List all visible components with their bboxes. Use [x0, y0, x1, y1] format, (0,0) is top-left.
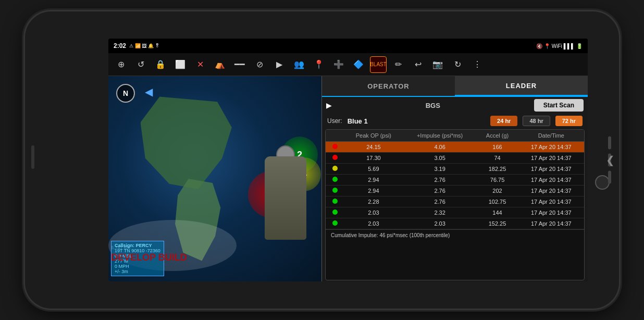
tent-icon[interactable]: ⛺ [212, 56, 228, 73]
layers-icon[interactable]: 🔷 [350, 56, 367, 73]
bgs-tab[interactable]: BGS [336, 102, 530, 109]
col-header-datetime: Date/Time [518, 130, 584, 142]
volume-button[interactable] [31, 145, 34, 169]
start-scan-button[interactable]: Start Scan [534, 99, 584, 112]
row-indicator-0 [326, 142, 344, 153]
row-indicator-2 [326, 164, 344, 175]
rect-icon[interactable]: ⬜ [172, 56, 189, 73]
row-impulse-6: 2.32 [403, 207, 477, 218]
direction-arrow: ◀ [145, 85, 153, 98]
table-row[interactable]: 2.94 2.76 76.75 17 Apr 20 14:37 [326, 175, 584, 186]
cumulative-label: Cumulative Impulse: [331, 232, 378, 238]
blast-icon[interactable]: BLAST [370, 56, 387, 73]
home-button[interactable] [595, 175, 610, 190]
user-label: User: [327, 117, 342, 125]
cumulative-percentile: (100th percentile) [410, 232, 450, 238]
play-icon[interactable]: ▶ [271, 56, 288, 73]
row-accel-3: 76.75 [476, 175, 518, 186]
wifi-icon: WiFi [552, 43, 562, 49]
col-header-indicator [326, 130, 344, 142]
24hr-button[interactable]: 24 hr [490, 116, 517, 126]
row-indicator-3 [326, 175, 344, 186]
add-pin-icon[interactable]: ➕ [330, 56, 347, 73]
row-indicator-5 [326, 196, 344, 207]
group-icon[interactable]: 👥 [291, 56, 307, 73]
row-peak-op-6: 2.03 [344, 207, 403, 218]
48hr-button[interactable]: 48 hr [523, 116, 550, 126]
data-table: Peak OP (psi) +Impulse (psi*ms) Accel (g… [326, 130, 584, 229]
row-datetime-6: 17 Apr 20 14:37 [518, 207, 584, 218]
sub-tab-bar: ▶ BGS Start Scan [322, 97, 588, 114]
right-panel: OPERATOR LEADER ▶ BGS Start Scan User: B… [322, 76, 588, 281]
rotate-icon[interactable]: ↺ [132, 56, 149, 73]
row-indicator-7 [326, 218, 344, 229]
status-dot [332, 220, 338, 226]
table-row[interactable]: 17.30 3.05 74 17 Apr 20 14:37 [326, 153, 584, 164]
row-accel-6: 144 [476, 207, 518, 218]
camera-icon[interactable]: 📷 [429, 56, 446, 73]
row-peak-op-0: 24.15 [344, 142, 403, 153]
cumulative-row: Cumulative Impulse: 46 psi*msec (100th p… [326, 229, 584, 241]
status-dot [332, 199, 338, 204]
row-accel-5: 102.75 [476, 196, 518, 207]
cumulative-value: 46 psi*msec [379, 232, 407, 238]
map-area[interactable]: N ◀ 2 4 24 [108, 76, 322, 281]
row-datetime-2: 17 Apr 20 14:37 [518, 164, 584, 175]
soldier-body [265, 156, 306, 240]
row-impulse-5: 2.76 [403, 196, 477, 207]
row-peak-op-7: 2.03 [344, 218, 403, 229]
main-content: N ◀ 2 4 24 [108, 76, 588, 281]
user-value: Blue 1 [348, 117, 368, 125]
map-divider [321, 76, 322, 281]
right-status-icons: 🔇 📍 WiFi ▌▌▌ 🔋 [536, 43, 583, 49]
refresh-icon[interactable]: ↻ [449, 56, 466, 73]
clock: 2:02 [114, 42, 126, 50]
table-row[interactable]: 24.15 4.06 166 17 Apr 20 14:37 [326, 142, 584, 153]
add-icon[interactable]: ⊕ [113, 56, 129, 73]
callsign-speed: 0 MPH [115, 264, 160, 269]
circle-icon[interactable]: ⊘ [251, 56, 268, 73]
row-impulse-7: 2.03 [403, 218, 477, 229]
status-dot [332, 155, 338, 160]
row-datetime-3: 17 Apr 20 14:37 [518, 175, 584, 186]
play-arrow-icon[interactable]: ▶ [326, 101, 332, 109]
lock-icon[interactable]: 🔒 [152, 56, 169, 73]
status-bar: 2:02 ⚠ 📶 🖼 🔔 🎖 🔇 📍 WiFi ▌▌▌ 🔋 [108, 39, 588, 53]
compass: N [116, 84, 135, 103]
status-dot [332, 166, 338, 171]
row-indicator-6 [326, 207, 344, 218]
table-row[interactable]: 5.69 3.19 182.25 17 Apr 20 14:37 [326, 164, 584, 175]
row-accel-7: 152.25 [476, 218, 518, 229]
col-header-impulse: +Impulse (psi*ms) [403, 130, 477, 142]
tab-leader[interactable]: LEADER [455, 76, 588, 96]
pin-icon[interactable]: 📍 [311, 56, 327, 73]
table-row[interactable]: 2.03 2.32 144 17 Apr 20 14:37 [326, 207, 584, 218]
row-accel-2: 182.25 [476, 164, 518, 175]
soldier-overlay: 2 4 24 [244, 125, 322, 240]
table-row[interactable]: 2.94 2.76 202 17 Apr 20 14:37 [326, 186, 584, 196]
more-icon[interactable]: ⋮ [469, 56, 486, 73]
row-datetime-0: 17 Apr 20 14:37 [518, 142, 584, 153]
battery-icon: 🔋 [576, 43, 583, 49]
tab-operator[interactable]: OPERATOR [322, 76, 455, 96]
edit-icon[interactable]: ✏ [390, 56, 406, 73]
close-icon[interactable]: ✕ [192, 56, 208, 73]
row-impulse-0: 4.06 [403, 142, 477, 153]
screen: 2:02 ⚠ 📶 🖼 🔔 🎖 🔇 📍 WiFi ▌▌▌ 🔋 ⊕ ↺ 🔒 ⬜ ✕ … [108, 39, 588, 281]
dev-watermark: DEVELOP BUILD [111, 252, 187, 263]
row-impulse-3: 2.76 [403, 175, 477, 186]
status-dot [332, 144, 338, 149]
table-row[interactable]: 2.03 2.03 152.25 17 Apr 20 14:37 [326, 218, 584, 229]
72hr-button[interactable]: 72 hr [555, 116, 583, 126]
data-table-container: Peak OP (psi) +Impulse (psi*ms) Accel (g… [325, 129, 585, 280]
right-chevron-icon[interactable]: ❮ [606, 154, 615, 166]
col-header-accel: Accel (g) [476, 130, 518, 142]
side-button-3[interactable] [608, 171, 611, 184]
measure-icon[interactable]: ━━ [231, 56, 248, 73]
location-icon: 📍 [544, 43, 550, 49]
row-accel-4: 202 [476, 186, 518, 196]
undo-icon[interactable]: ↩ [410, 56, 426, 73]
row-impulse-1: 3.05 [403, 153, 477, 164]
power-button[interactable] [608, 137, 611, 150]
table-row[interactable]: 2.28 2.76 102.75 17 Apr 20 14:37 [326, 196, 584, 207]
